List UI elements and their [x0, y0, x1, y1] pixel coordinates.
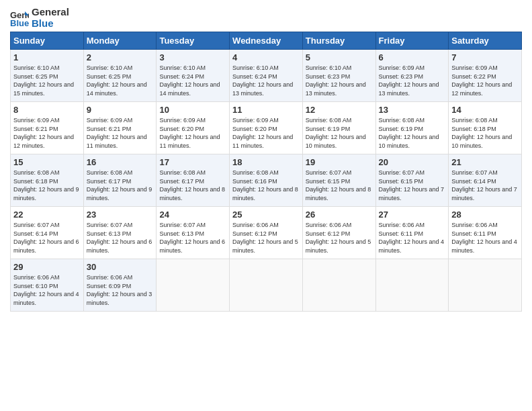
- day-number: 14: [451, 105, 519, 115]
- calendar-cell: 7Sunrise: 6:09 AMSunset: 6:22 PMDaylight…: [449, 50, 522, 102]
- calendar-cell: 3Sunrise: 6:10 AMSunset: 6:24 PMDaylight…: [157, 50, 230, 102]
- day-number: 22: [13, 210, 81, 220]
- weekday-header-row: SundayMondayTuesdayWednesdayThursdayFrid…: [11, 32, 522, 50]
- day-info: Sunrise: 6:08 AMSunset: 6:19 PMDaylight:…: [306, 116, 373, 150]
- day-info: Sunrise: 6:08 AMSunset: 6:16 PMDaylight:…: [232, 169, 300, 202]
- day-info: Sunrise: 6:08 AMSunset: 6:18 PMDaylight:…: [451, 116, 519, 150]
- day-info: Sunrise: 6:07 AMSunset: 6:13 PMDaylight:…: [159, 221, 226, 255]
- day-number: 3: [159, 52, 226, 62]
- calendar-cell: 17Sunrise: 6:08 AMSunset: 6:17 PMDayligh…: [157, 154, 230, 207]
- calendar-cell: [375, 259, 449, 312]
- day-number: 6: [379, 52, 446, 62]
- day-number: 8: [13, 105, 81, 115]
- svg-text:Blue: Blue: [10, 18, 29, 28]
- day-number: 29: [13, 262, 81, 272]
- calendar-cell: [230, 259, 303, 312]
- calendar-week-row: 15Sunrise: 6:08 AMSunset: 6:18 PMDayligh…: [11, 154, 522, 207]
- calendar-cell: 28Sunrise: 6:06 AMSunset: 6:11 PMDayligh…: [449, 207, 522, 259]
- logo-icon: General Blue: [10, 9, 29, 28]
- weekday-header-saturday: Saturday: [449, 32, 522, 50]
- calendar-cell: 20Sunrise: 6:07 AMSunset: 6:15 PMDayligh…: [375, 154, 449, 207]
- logo: General Blue General Blue: [10, 7, 69, 29]
- calendar-cell: 11Sunrise: 6:09 AMSunset: 6:20 PMDayligh…: [230, 102, 303, 154]
- day-info: Sunrise: 6:09 AMSunset: 6:20 PMDaylight:…: [159, 116, 226, 150]
- calendar-cell: 9Sunrise: 6:09 AMSunset: 6:21 PMDaylight…: [83, 102, 157, 154]
- day-number: 23: [87, 210, 154, 220]
- day-info: Sunrise: 6:10 AMSunset: 6:25 PMDaylight:…: [13, 64, 81, 97]
- page-container: General Blue General Blue SundayMondayTu…: [0, 0, 532, 318]
- header: General Blue General Blue: [10, 7, 522, 29]
- calendar-cell: 22Sunrise: 6:07 AMSunset: 6:14 PMDayligh…: [11, 207, 84, 259]
- day-number: 19: [306, 157, 373, 167]
- calendar-cell: 12Sunrise: 6:08 AMSunset: 6:19 PMDayligh…: [302, 102, 375, 154]
- day-info: Sunrise: 6:06 AMSunset: 6:11 PMDaylight:…: [379, 221, 446, 255]
- day-number: 30: [87, 262, 154, 272]
- day-number: 28: [451, 210, 519, 220]
- day-number: 20: [379, 157, 446, 167]
- weekday-header-sunday: Sunday: [11, 32, 84, 50]
- day-info: Sunrise: 6:09 AMSunset: 6:21 PMDaylight:…: [13, 116, 81, 150]
- calendar-cell: 24Sunrise: 6:07 AMSunset: 6:13 PMDayligh…: [157, 207, 230, 259]
- calendar-week-row: 8Sunrise: 6:09 AMSunset: 6:21 PMDaylight…: [11, 102, 522, 154]
- calendar-cell: 8Sunrise: 6:09 AMSunset: 6:21 PMDaylight…: [11, 102, 84, 154]
- day-number: 12: [306, 105, 373, 115]
- weekday-header-monday: Monday: [83, 32, 157, 50]
- day-info: Sunrise: 6:07 AMSunset: 6:14 PMDaylight:…: [451, 169, 519, 202]
- day-info: Sunrise: 6:07 AMSunset: 6:14 PMDaylight:…: [13, 221, 81, 255]
- calendar-cell: 2Sunrise: 6:10 AMSunset: 6:25 PMDaylight…: [83, 50, 157, 102]
- day-info: Sunrise: 6:07 AMSunset: 6:15 PMDaylight:…: [379, 169, 446, 202]
- day-number: 16: [87, 157, 154, 167]
- calendar-cell: [449, 259, 522, 312]
- day-info: Sunrise: 6:09 AMSunset: 6:20 PMDaylight:…: [232, 116, 300, 150]
- day-info: Sunrise: 6:06 AMSunset: 6:10 PMDaylight:…: [13, 273, 81, 307]
- weekday-header-tuesday: Tuesday: [157, 32, 230, 50]
- day-info: Sunrise: 6:07 AMSunset: 6:13 PMDaylight:…: [87, 221, 154, 255]
- day-info: Sunrise: 6:09 AMSunset: 6:21 PMDaylight:…: [87, 116, 154, 150]
- weekday-header-friday: Friday: [375, 32, 449, 50]
- calendar-cell: 10Sunrise: 6:09 AMSunset: 6:20 PMDayligh…: [157, 102, 230, 154]
- logo-line2: Blue: [32, 18, 69, 30]
- day-number: 15: [13, 157, 81, 167]
- calendar-cell: 18Sunrise: 6:08 AMSunset: 6:16 PMDayligh…: [230, 154, 303, 207]
- day-number: 27: [379, 210, 446, 220]
- weekday-header-wednesday: Wednesday: [230, 32, 303, 50]
- logo-line1: General: [32, 7, 69, 18]
- day-info: Sunrise: 6:08 AMSunset: 6:18 PMDaylight:…: [13, 169, 81, 202]
- calendar-cell: 14Sunrise: 6:08 AMSunset: 6:18 PMDayligh…: [449, 102, 522, 154]
- day-number: 13: [379, 105, 446, 115]
- day-info: Sunrise: 6:08 AMSunset: 6:17 PMDaylight:…: [87, 169, 154, 202]
- calendar-week-row: 29Sunrise: 6:06 AMSunset: 6:10 PMDayligh…: [11, 259, 522, 312]
- day-info: Sunrise: 6:06 AMSunset: 6:09 PMDaylight:…: [87, 273, 154, 307]
- day-number: 1: [13, 52, 81, 62]
- calendar-week-row: 1Sunrise: 6:10 AMSunset: 6:25 PMDaylight…: [11, 50, 522, 102]
- day-info: Sunrise: 6:10 AMSunset: 6:24 PMDaylight:…: [159, 64, 226, 97]
- day-info: Sunrise: 6:10 AMSunset: 6:25 PMDaylight:…: [87, 64, 154, 97]
- calendar-cell: 1Sunrise: 6:10 AMSunset: 6:25 PMDaylight…: [11, 50, 84, 102]
- calendar-cell: 4Sunrise: 6:10 AMSunset: 6:24 PMDaylight…: [230, 50, 303, 102]
- calendar-cell: 15Sunrise: 6:08 AMSunset: 6:18 PMDayligh…: [11, 154, 84, 207]
- day-number: 9: [87, 105, 154, 115]
- day-number: 4: [232, 52, 300, 62]
- day-number: 11: [232, 105, 300, 115]
- calendar-cell: 19Sunrise: 6:07 AMSunset: 6:15 PMDayligh…: [302, 154, 375, 207]
- day-info: Sunrise: 6:08 AMSunset: 6:17 PMDaylight:…: [159, 169, 226, 202]
- calendar-cell: 25Sunrise: 6:06 AMSunset: 6:12 PMDayligh…: [230, 207, 303, 259]
- day-info: Sunrise: 6:06 AMSunset: 6:12 PMDaylight:…: [232, 221, 300, 255]
- calendar-cell: 5Sunrise: 6:10 AMSunset: 6:23 PMDaylight…: [302, 50, 375, 102]
- day-number: 10: [159, 105, 226, 115]
- day-info: Sunrise: 6:10 AMSunset: 6:23 PMDaylight:…: [306, 64, 373, 97]
- day-info: Sunrise: 6:08 AMSunset: 6:19 PMDaylight:…: [379, 116, 446, 150]
- day-number: 18: [232, 157, 300, 167]
- calendar-cell: 13Sunrise: 6:08 AMSunset: 6:19 PMDayligh…: [375, 102, 449, 154]
- weekday-header-thursday: Thursday: [302, 32, 375, 50]
- day-info: Sunrise: 6:07 AMSunset: 6:15 PMDaylight:…: [306, 169, 373, 202]
- day-info: Sunrise: 6:09 AMSunset: 6:23 PMDaylight:…: [379, 64, 446, 97]
- day-number: 5: [306, 52, 373, 62]
- day-number: 25: [232, 210, 300, 220]
- day-number: 24: [159, 210, 226, 220]
- day-number: 21: [451, 157, 519, 167]
- calendar-cell: 26Sunrise: 6:06 AMSunset: 6:12 PMDayligh…: [302, 207, 375, 259]
- calendar-table: SundayMondayTuesdayWednesdayThursdayFrid…: [10, 32, 522, 312]
- calendar-cell: 27Sunrise: 6:06 AMSunset: 6:11 PMDayligh…: [375, 207, 449, 259]
- calendar-cell: 16Sunrise: 6:08 AMSunset: 6:17 PMDayligh…: [83, 154, 157, 207]
